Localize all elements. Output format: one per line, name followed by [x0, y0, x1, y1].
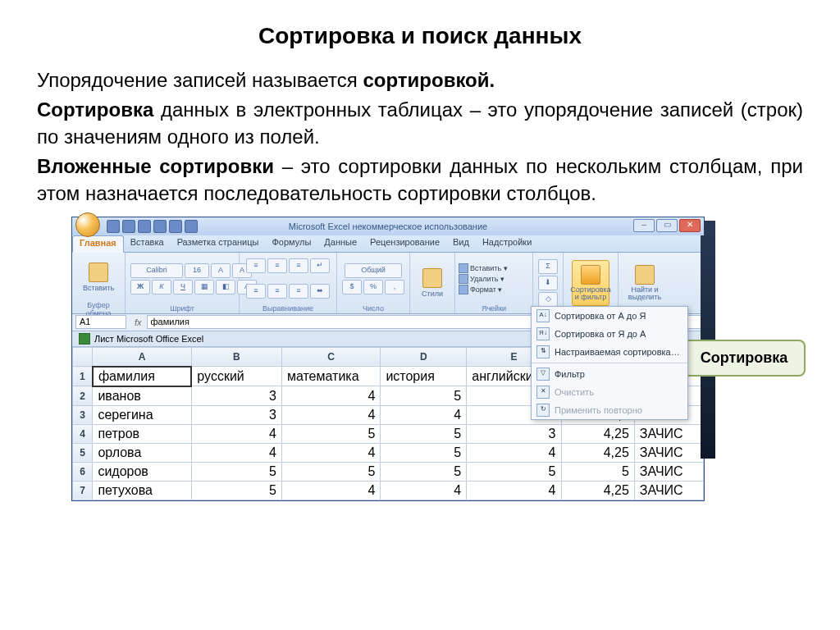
italic-button[interactable]: К: [152, 280, 171, 294]
tab-review[interactable]: Рецензирование: [363, 235, 446, 252]
column-header[interactable]: D: [381, 347, 467, 367]
dropdown-item[interactable]: Я↓Сортировка от Я до А: [532, 325, 687, 343]
row-header[interactable]: 5: [73, 443, 93, 462]
align-button[interactable]: ≡: [267, 284, 287, 299]
cell[interactable]: серегина: [93, 405, 191, 424]
cell[interactable]: 5: [191, 462, 281, 481]
close-button[interactable]: ✕: [679, 219, 701, 232]
cell[interactable]: сидоров: [93, 462, 191, 481]
tab-formulas[interactable]: Формулы: [265, 235, 317, 252]
tab-view[interactable]: Вид: [446, 235, 476, 252]
cell[interactable]: 5: [381, 424, 467, 443]
cell[interactable]: петухова: [93, 481, 191, 500]
cell[interactable]: 4,25: [561, 424, 634, 443]
dropdown-item[interactable]: ⇅Настраиваемая сортировка…: [532, 343, 687, 361]
cell[interactable]: 5: [467, 462, 561, 481]
find-button[interactable]: Найти и выделить: [626, 260, 664, 306]
name-box[interactable]: A1: [75, 315, 126, 329]
delete-cells-button[interactable]: Удалить ▾: [459, 274, 504, 284]
align-button[interactable]: ≡: [289, 258, 308, 273]
cell[interactable]: 3: [191, 386, 281, 406]
row-header[interactable]: 4: [73, 424, 93, 443]
cell[interactable]: русский: [191, 367, 281, 386]
maximize-button[interactable]: ▭: [656, 219, 678, 232]
qat-icon[interactable]: [122, 220, 135, 233]
underline-button[interactable]: Ч: [173, 280, 193, 294]
cell[interactable]: орлова: [93, 443, 191, 462]
cell[interactable]: 5: [561, 462, 634, 481]
cell[interactable]: 4: [281, 386, 380, 406]
cell[interactable]: 4: [281, 443, 380, 462]
tab-home[interactable]: Главная: [72, 235, 124, 253]
cell[interactable]: 5: [281, 462, 380, 481]
cell[interactable]: 4: [467, 443, 561, 462]
cell[interactable]: 4: [381, 481, 467, 500]
autosum-button[interactable]: Σ: [538, 259, 558, 274]
minimize-button[interactable]: –: [633, 219, 655, 232]
percent-button[interactable]: %: [363, 280, 383, 294]
align-button[interactable]: ≡: [246, 258, 266, 273]
cell[interactable]: 3: [467, 424, 561, 443]
grow-font-icon[interactable]: A: [211, 263, 231, 278]
border-button[interactable]: ▦: [194, 280, 214, 294]
cell[interactable]: 5: [381, 386, 467, 406]
row-header[interactable]: 3: [73, 405, 93, 424]
corner-cell[interactable]: [73, 347, 93, 367]
cell[interactable]: 4,25: [561, 481, 634, 500]
qat-icon[interactable]: [138, 220, 151, 233]
fill-button[interactable]: ⬇: [538, 276, 558, 290]
column-header[interactable]: C: [281, 347, 380, 367]
qat-icon[interactable]: [153, 220, 167, 233]
cell[interactable]: петров: [93, 424, 191, 443]
cell[interactable]: 4,25: [561, 443, 634, 462]
number-format[interactable]: Общий: [345, 263, 402, 278]
cell[interactable]: 4: [281, 481, 380, 500]
cell[interactable]: математика: [281, 367, 380, 386]
cell[interactable]: фамилия: [93, 367, 191, 386]
paste-button[interactable]: Вставить: [80, 254, 117, 300]
wrap-button[interactable]: ↵: [310, 258, 330, 273]
format-cells-button[interactable]: Формат ▾: [459, 285, 502, 294]
qat-icon[interactable]: [107, 220, 120, 233]
row-header[interactable]: 7: [73, 481, 93, 500]
office-button[interactable]: [75, 212, 100, 237]
row-header[interactable]: 2: [73, 386, 93, 406]
clear-button[interactable]: ◇: [538, 292, 558, 307]
row-header[interactable]: 6: [73, 462, 93, 481]
dropdown-item[interactable]: ▽Фильтр: [532, 365, 687, 383]
cell[interactable]: 4: [191, 424, 281, 443]
column-header[interactable]: A: [93, 347, 191, 367]
align-button[interactable]: ≡: [246, 284, 266, 299]
comma-button[interactable]: ,: [385, 280, 404, 294]
cell[interactable]: 4: [281, 405, 380, 424]
cell[interactable]: 5: [281, 424, 380, 443]
column-header[interactable]: B: [191, 347, 281, 367]
tab-pagelayout[interactable]: Разметка страницы: [171, 235, 266, 252]
styles-button[interactable]: Стили: [413, 260, 451, 306]
tab-insert[interactable]: Вставка: [124, 235, 171, 252]
dropdown-item[interactable]: А↓Сортировка от А до Я: [532, 307, 687, 325]
align-button[interactable]: ≡: [289, 284, 308, 299]
cell[interactable]: 4: [191, 443, 281, 462]
bold-button[interactable]: Ж: [130, 280, 150, 294]
quick-access-toolbar[interactable]: [107, 220, 198, 233]
cell[interactable]: 3: [191, 405, 281, 424]
tab-data[interactable]: Данные: [317, 235, 363, 252]
tab-addins[interactable]: Надстройки: [476, 235, 538, 252]
cell[interactable]: 5: [381, 443, 467, 462]
cell[interactable]: ЗАЧИС: [634, 424, 703, 443]
sort-filter-button[interactable]: Сортировка и фильтр: [572, 260, 609, 306]
cell[interactable]: ЗАЧИС: [634, 443, 703, 462]
merge-button[interactable]: ⬌: [310, 284, 330, 299]
qat-icon[interactable]: [185, 220, 198, 233]
cell[interactable]: ЗАЧИС: [634, 481, 703, 500]
cell[interactable]: иванов: [93, 386, 191, 406]
cell[interactable]: 4: [381, 405, 467, 424]
currency-button[interactable]: $: [342, 280, 362, 294]
fill-color-button[interactable]: ◧: [216, 280, 235, 294]
cell[interactable]: 5: [381, 462, 467, 481]
cell[interactable]: 5: [191, 481, 281, 500]
fx-icon[interactable]: fx: [135, 317, 142, 327]
font-name[interactable]: Calibri: [130, 263, 183, 278]
cell[interactable]: история: [381, 367, 467, 386]
